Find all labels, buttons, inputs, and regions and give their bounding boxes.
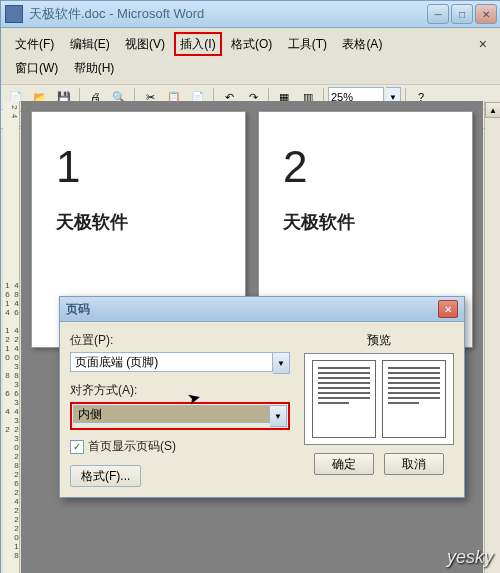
scrollbar-vertical[interactable]: ▲	[484, 101, 500, 573]
align-label: 对齐方式(A):	[70, 382, 290, 399]
menu-insert[interactable]: 插入(I)	[174, 32, 221, 56]
titlebar: 天极软件.doc - Microsoft Word ─ □ ✕	[1, 1, 500, 28]
menubar: 文件(F) 编辑(E) 视图(V) 插入(I) 格式(O) 工具(T) 表格(A…	[1, 28, 500, 84]
cancel-button[interactable]: 取消	[384, 453, 444, 475]
page-number: 2	[283, 142, 448, 192]
menu-tools[interactable]: 工具(T)	[282, 32, 333, 56]
app-icon	[5, 5, 23, 23]
ok-button[interactable]: 确定	[314, 453, 374, 475]
page-number-dialog: 页码 ✕ 位置(P): 页面底端 (页脚) ▼ 对齐方式(A): 内侧 ▼ ✓	[59, 296, 465, 498]
chevron-down-icon[interactable]: ▼	[273, 352, 290, 374]
preview-page-left	[312, 360, 376, 438]
close-button[interactable]: ✕	[475, 4, 497, 24]
page-text: 天极软件	[283, 210, 448, 234]
chevron-down-icon[interactable]: ▼	[270, 405, 287, 427]
format-button[interactable]: 格式(F)...	[70, 465, 141, 487]
first-page-label: 首页显示页码(S)	[88, 438, 176, 455]
menu-file[interactable]: 文件(F)	[9, 32, 60, 56]
maximize-button[interactable]: □	[451, 4, 473, 24]
dialog-title: 页码	[66, 301, 438, 318]
position-select[interactable]: 页面底端 (页脚)	[70, 352, 273, 372]
preview-page-right	[382, 360, 446, 438]
menu-view[interactable]: 视图(V)	[119, 32, 171, 56]
menu-window[interactable]: 窗口(W)	[9, 56, 64, 80]
menu-format[interactable]: 格式(O)	[225, 32, 278, 56]
window-title: 天极软件.doc - Microsoft Word	[29, 5, 427, 23]
dialog-close-icon[interactable]: ✕	[438, 300, 458, 318]
menu-edit[interactable]: 编辑(E)	[64, 32, 116, 56]
side-numbers: 4846 42403836343230282624222018 1614 121…	[3, 281, 21, 573]
minimize-button[interactable]: ─	[427, 4, 449, 24]
page-number: 1	[56, 142, 221, 192]
doc-close-icon[interactable]: ×	[473, 32, 493, 56]
position-label: 位置(P):	[70, 332, 290, 349]
first-page-checkbox[interactable]: ✓	[70, 440, 84, 454]
scroll-up-icon[interactable]: ▲	[485, 102, 500, 118]
menu-table[interactable]: 表格(A)	[336, 32, 388, 56]
menu-help[interactable]: 帮助(H)	[68, 56, 121, 80]
page-text: 天极软件	[56, 210, 221, 234]
align-select[interactable]: 内侧	[73, 405, 270, 423]
preview-label: 预览	[304, 332, 454, 349]
preview-box	[304, 353, 454, 445]
